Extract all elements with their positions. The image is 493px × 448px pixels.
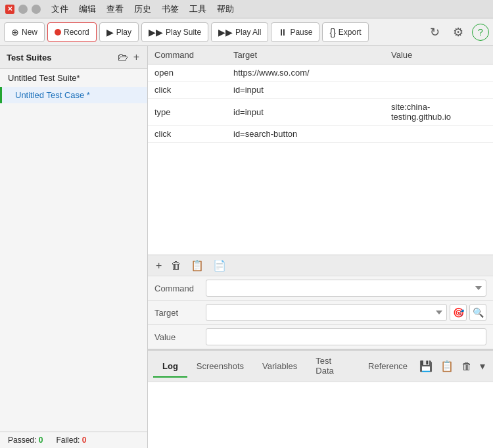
cell-target: https://www.so.com/ — [227, 64, 385, 82]
col-command: Command — [148, 46, 227, 64]
copy-log-button[interactable]: 📋 — [438, 359, 456, 374]
cell-target: id=input — [227, 99, 385, 126]
cell-value: site:china-testing.github.io — [385, 99, 493, 126]
play-button[interactable]: ▶ Play — [99, 22, 139, 42]
paste-command-button[interactable]: 📄 — [210, 258, 229, 273]
failed-count: 0 — [82, 436, 87, 445]
menu-tools[interactable]: 工具 — [189, 3, 206, 15]
record-button[interactable]: Record — [47, 22, 97, 42]
record-label: Record — [64, 28, 89, 37]
new-label: New — [22, 28, 37, 37]
value-label: Value — [154, 332, 200, 342]
menu-file[interactable]: 文件 — [51, 3, 68, 15]
menu-view[interactable]: 查看 — [106, 3, 124, 15]
command-label: Command — [154, 284, 200, 293]
cell-value — [385, 64, 493, 82]
play-label: Play — [116, 28, 131, 37]
play-icon: ▶ — [106, 27, 114, 37]
test-case-name: Untitled Test Case * — [15, 90, 90, 100]
close-button[interactable]: ✕ — [5, 5, 14, 14]
passed-count: 0 — [39, 436, 43, 445]
title-bar: ✕ 文件 编辑 查看 历史 书签 工具 帮助 — [0, 0, 493, 18]
target-find-button[interactable]: 🔍 — [469, 304, 486, 321]
failed-status: Failed: 0 — [56, 436, 86, 445]
value-input[interactable] — [206, 328, 486, 345]
command-select[interactable]: open click type — [206, 280, 486, 297]
tab-reference[interactable]: Reference — [359, 356, 417, 378]
target-row: Target 🎯 🔍 — [148, 301, 493, 325]
test-suites-title: Test Suites — [7, 53, 51, 62]
toolbar-right: ↻ ⚙ ? — [425, 22, 489, 42]
test-case-item[interactable]: Untitled Test Case * — [0, 87, 147, 103]
failed-label: Failed: — [56, 436, 80, 445]
play-all-icon: ▶▶ — [218, 27, 233, 37]
copy-command-button[interactable]: 📋 — [188, 258, 206, 273]
right-panel: Command Target Value open https://www.so… — [148, 46, 493, 448]
left-panel-header-icons: 🗁 + — [116, 50, 141, 64]
cell-command: click — [148, 126, 227, 143]
settings-button[interactable]: ⚙ — [448, 22, 468, 42]
suite-item[interactable]: Untitled Test Suite* — [0, 69, 147, 87]
col-target: Target — [227, 46, 385, 64]
play-suite-label: Play Suite — [166, 28, 201, 37]
cell-value — [385, 82, 493, 99]
table-row[interactable]: click id=input — [148, 82, 493, 99]
command-editor: + 🗑 📋 📄 Command open click type Target — [148, 255, 493, 349]
table-row[interactable]: open https://www.so.com/ — [148, 64, 493, 82]
expand-log-button[interactable]: ▾ — [477, 359, 488, 374]
clear-log-button[interactable]: 🗑 — [459, 359, 475, 374]
tab-test-data[interactable]: Test Data — [306, 351, 359, 382]
target-label: Target — [154, 308, 200, 318]
tab-variables[interactable]: Variables — [253, 356, 306, 378]
play-suite-icon: ▶▶ — [149, 27, 163, 37]
target-pick-button[interactable]: 🎯 — [450, 304, 467, 321]
tabs-right: 💾 📋 🗑 ▾ — [417, 359, 488, 374]
add-suite-button[interactable]: + — [132, 50, 141, 64]
menu-history[interactable]: 历史 — [134, 3, 151, 15]
target-select[interactable] — [206, 304, 447, 321]
help-button[interactable]: ? — [472, 24, 489, 41]
left-panel-header: Test Suites 🗁 + — [0, 46, 147, 69]
tabs-header: Log Screenshots Variables Test Data Refe… — [148, 351, 493, 382]
new-button[interactable]: ⊕ New — [4, 22, 45, 42]
cell-target: id=input — [227, 82, 385, 99]
maximize-button[interactable] — [32, 5, 41, 14]
add-command-button[interactable]: + — [153, 258, 164, 273]
value-row: Value — [148, 325, 493, 349]
new-folder-button[interactable]: 🗁 — [116, 50, 129, 64]
cell-target: id=search-button — [227, 126, 385, 143]
plus-icon: ⊕ — [11, 27, 19, 37]
table-area: Command Target Value open https://www.so… — [148, 46, 493, 255]
menu-edit[interactable]: 编辑 — [79, 3, 96, 15]
menu-help[interactable]: 帮助 — [217, 3, 234, 15]
suite-name: Untitled Test Suite* — [8, 73, 80, 83]
tab-screenshots[interactable]: Screenshots — [187, 356, 253, 378]
play-all-label: Play All — [235, 28, 261, 37]
status-bar: Passed: 0 Failed: 0 — [0, 432, 147, 448]
menu-bar: 文件 编辑 查看 历史 书签 工具 帮助 — [51, 3, 234, 15]
bottom-tabs: Log Screenshots Variables Test Data Refe… — [148, 349, 493, 448]
table-row[interactable]: type id=input site:china-testing.github.… — [148, 99, 493, 126]
tabs-content — [148, 382, 493, 448]
cell-value — [385, 126, 493, 143]
minimize-button[interactable] — [18, 5, 28, 14]
play-all-button[interactable]: ▶▶ Play All — [211, 22, 268, 42]
passed-status: Passed: 0 — [8, 436, 43, 445]
left-panel: Test Suites 🗁 + Untitled Test Suite* Unt… — [0, 46, 148, 448]
cell-command: type — [148, 99, 227, 126]
save-log-button[interactable]: 💾 — [417, 359, 435, 374]
cell-command: open — [148, 64, 227, 82]
cmd-toolbar: + 🗑 📋 📄 — [148, 255, 493, 276]
export-button[interactable]: {} Export — [322, 22, 368, 42]
col-value: Value — [385, 46, 493, 64]
delete-command-button[interactable]: 🗑 — [168, 258, 184, 273]
menu-bookmarks[interactable]: 书签 — [162, 3, 179, 15]
table-row[interactable]: click id=search-button — [148, 126, 493, 143]
export-icon: {} — [329, 27, 335, 37]
tab-log[interactable]: Log — [153, 356, 187, 378]
commands-table: Command Target Value open https://www.so… — [148, 46, 493, 143]
play-suite-button[interactable]: ▶▶ Play Suite — [141, 22, 208, 42]
refresh-button[interactable]: ↻ — [425, 22, 444, 42]
toolbar: ⊕ New Record ▶ Play ▶▶ Play Suite ▶▶ Pla… — [0, 18, 493, 46]
pause-button[interactable]: ⏸ Pause — [271, 22, 319, 42]
